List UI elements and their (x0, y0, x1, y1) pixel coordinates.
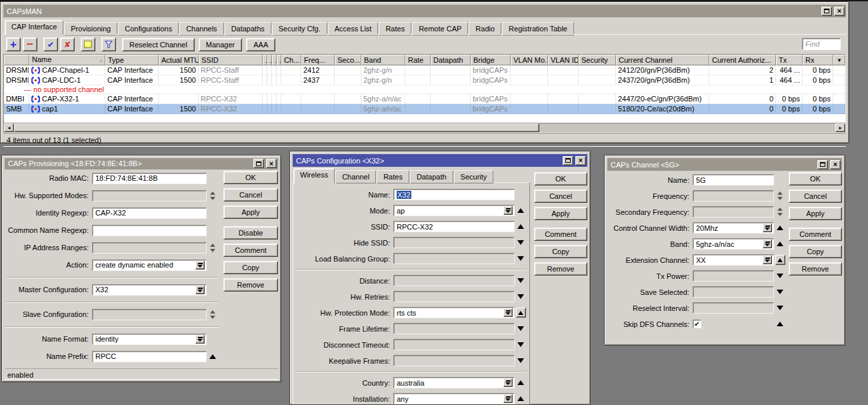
column-header-vlan-id[interactable]: VLAN ID (548, 55, 579, 65)
spinner-arrows-icon[interactable] (210, 191, 215, 200)
add-button[interactable]: + (6, 37, 21, 51)
maximize-icon[interactable] (821, 7, 832, 16)
configuration-input[interactable]: any (393, 393, 515, 404)
up-arrow-icon[interactable] (209, 354, 216, 359)
disable-button[interactable]: ✘ (60, 37, 75, 51)
provisioning-input[interactable]: identity (92, 334, 207, 345)
spinner-arrows-icon[interactable] (777, 191, 783, 200)
scroll-left-button[interactable]: ◂ (4, 123, 14, 132)
provisioning-remove-button[interactable]: Remove (223, 278, 278, 292)
capsman-tab-channels[interactable]: Channels (179, 22, 223, 35)
configuration-input[interactable]: X32 (393, 189, 515, 200)
dropdown-icon[interactable] (195, 335, 205, 344)
column-header-tx[interactable]: Tx (776, 55, 803, 65)
scrollbar-thumb[interactable] (14, 123, 539, 132)
dropdown-icon[interactable] (503, 206, 513, 215)
up-arrow-icon[interactable] (517, 396, 524, 401)
column-header-dot-7[interactable]: . (272, 55, 277, 65)
filter-button[interactable] (101, 37, 116, 51)
dropdown-icon[interactable] (763, 224, 772, 232)
column-selector-button[interactable]: ▼ (833, 55, 845, 65)
column-header-rate[interactable]: Rate (405, 55, 431, 65)
configuration-tab-security[interactable]: Security (454, 170, 494, 183)
up-arrow-icon[interactable] (517, 208, 524, 213)
down-arrow-icon[interactable] (777, 306, 783, 310)
down-arrow-icon[interactable] (517, 326, 524, 331)
provisioning-input[interactable]: RPCC (92, 351, 207, 362)
configuration-titlebar[interactable]: CAPs Configuration <X32> × (293, 154, 587, 167)
spinner-arrows-icon[interactable] (777, 208, 783, 216)
scroll-right-button[interactable]: ▸ (835, 123, 845, 132)
up-arrow-button[interactable] (775, 255, 785, 265)
up-arrow-icon[interactable] (777, 226, 783, 230)
channel-checkbox[interactable]: ✔ (693, 320, 701, 328)
close-icon[interactable]: × (575, 156, 586, 165)
provisioning-disable-button[interactable]: Disable (223, 226, 278, 240)
dropdown-icon[interactable] (503, 308, 513, 317)
capsman-tab-provisioning[interactable]: Provisioning (64, 22, 117, 35)
up-arrow-icon[interactable] (777, 242, 783, 246)
provisioning-input[interactable] (92, 225, 207, 236)
provisioning-input[interactable]: create dynamic enabled (92, 260, 207, 271)
column-header-dot-8[interactable]: . (277, 55, 281, 65)
capsman-tab-radio[interactable]: Radio (469, 22, 501, 35)
channel-input[interactable]: 5ghz-a/n/ac (693, 238, 774, 250)
configuration-input[interactable]: ap (393, 205, 515, 216)
up-arrow-button[interactable] (516, 308, 526, 318)
configuration-comment-button[interactable]: Comment (534, 228, 587, 241)
provisioning-comment-button[interactable]: Comment (223, 244, 278, 257)
column-header-vlan-mo[interactable]: VLAN Mo... (511, 55, 548, 65)
configuration-input[interactable]: rts cts (393, 307, 515, 318)
message-row[interactable]: --- no supported channel (4, 85, 845, 94)
channel-comment-button[interactable]: Comment (789, 228, 842, 241)
column-header-band[interactable]: Band (361, 55, 405, 65)
column-header-dot-5[interactable]: . (263, 55, 267, 65)
provisioning-copy-button[interactable]: Copy (223, 261, 278, 274)
capsman-tab-configurations[interactable]: Configurations (118, 22, 179, 35)
down-arrow-icon[interactable] (517, 240, 524, 245)
capsman-tab-security-cfg[interactable]: Security Cfg. (272, 22, 327, 35)
maximize-icon[interactable] (253, 159, 264, 168)
column-header-seco[interactable]: Seco... (335, 55, 361, 65)
column-header-actual-mtu[interactable]: Actual MTU (159, 55, 199, 65)
configuration-cancel-button[interactable]: Cancel (534, 189, 587, 203)
column-header-security[interactable]: Security (579, 55, 616, 65)
dropdown-icon[interactable] (503, 378, 513, 387)
close-icon[interactable]: × (834, 7, 845, 16)
configuration-tab-rates[interactable]: Rates (377, 170, 409, 183)
column-header-type[interactable]: Type (105, 55, 159, 65)
channel-copy-button[interactable]: Copy (789, 245, 842, 258)
horizontal-scrollbar[interactable]: ◂ ▸ (4, 123, 845, 132)
capsman-titlebar[interactable]: CAPsMAN × (3, 5, 846, 17)
column-header-flags[interactable] (4, 55, 29, 65)
remove-button[interactable]: − (23, 37, 37, 51)
dropdown-icon[interactable] (195, 261, 205, 270)
table-row[interactable]: SMBcap1CAP Interface1500RPCC-X325ghz-a/n… (4, 104, 845, 114)
dropdown-icon[interactable] (195, 286, 205, 294)
dropdown-icon[interactable] (503, 394, 513, 403)
configuration-ok-button[interactable]: OK (534, 172, 587, 185)
capsman-tab-registration-table[interactable]: Registration Table (502, 22, 574, 35)
reselect-channel-button[interactable]: Reselect Channel (122, 38, 195, 51)
channel-input[interactable]: 20Mhz (693, 222, 774, 234)
channel-input[interactable]: 5G (693, 174, 774, 185)
configuration-input[interactable]: RPCC-X32 (393, 221, 515, 232)
configuration-apply-button[interactable]: Apply (534, 207, 587, 220)
column-header-current-channel[interactable]: Current Channel (616, 55, 709, 65)
configuration-tab-channel[interactable]: Channel (335, 170, 376, 183)
provisioning-input[interactable]: 18:FD:74:8E:41:8B (92, 173, 207, 184)
column-header-datapath[interactable]: Datapath (431, 55, 471, 65)
comment-button[interactable] (81, 37, 95, 51)
channel-titlebar[interactable]: CAPs Channel <5G> × (607, 158, 842, 171)
column-header-ssid[interactable]: SSID (199, 55, 263, 65)
configuration-input[interactable]: australia (393, 377, 515, 388)
down-arrow-icon[interactable] (517, 342, 524, 347)
column-header-ch[interactable]: Ch... (281, 55, 301, 65)
provisioning-apply-button[interactable]: Apply (223, 206, 278, 219)
table-row[interactable]: DRSMBCAP-LDC-1CAP Interface1500RPCC-Staf… (4, 75, 845, 85)
find-input[interactable]: Find (802, 38, 841, 50)
capsman-tab-rates[interactable]: Rates (379, 22, 411, 35)
channel-apply-button[interactable]: Apply (789, 207, 842, 220)
down-arrow-icon[interactable] (517, 278, 524, 283)
capsman-tab-access-list[interactable]: Access List (328, 22, 379, 35)
